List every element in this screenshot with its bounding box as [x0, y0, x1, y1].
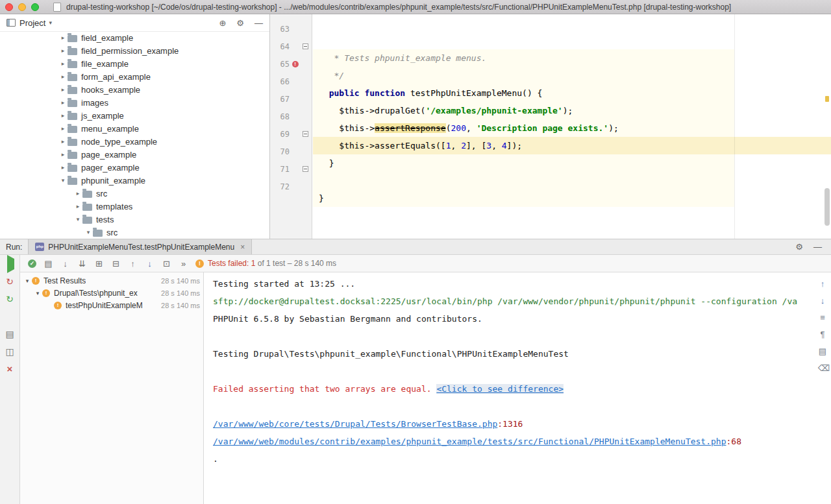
stop-button[interactable] [5, 311, 15, 322]
more-icon[interactable]: » [179, 259, 188, 269]
hide-panel-icon[interactable]: — [813, 242, 822, 252]
minimize-window-button[interactable] [18, 3, 26, 11]
fold-icon[interactable] [301, 131, 310, 137]
pin-tab-button[interactable]: ◫ [5, 346, 15, 357]
chevron-right-icon[interactable]: ▸ [58, 151, 68, 158]
project-tree-item[interactable]: ▸field_example [0, 31, 269, 44]
gutter-row[interactable]: 68 [270, 108, 312, 125]
gutter-row[interactable]: 66 [270, 73, 312, 90]
close-run-panel-button[interactable]: × [5, 364, 15, 374]
chevron-down-icon[interactable]: ▾ [49, 19, 52, 26]
project-tree-item[interactable]: ▸templates [0, 200, 269, 213]
chevron-down-icon[interactable]: ▾ [84, 229, 93, 235]
test-tree-item[interactable]: ▾!Test Results28 s 140 ms [20, 274, 203, 287]
test-tree-item[interactable]: ▾!Drupal\Tests\phpunit_ex28 s 140 ms [20, 287, 203, 299]
chevron-right-icon[interactable]: ▸ [73, 190, 82, 197]
chevron-right-icon[interactable]: ▸ [58, 125, 68, 132]
zoom-window-button[interactable] [31, 3, 39, 11]
chevron-right-icon[interactable]: ▸ [73, 203, 82, 210]
project-tree-item[interactable]: ▾tests [0, 213, 269, 226]
locate-file-icon[interactable]: ⊕ [219, 18, 226, 28]
sort-alphabetically-icon[interactable]: ↓ [60, 259, 70, 269]
project-tree-item[interactable]: ▾src [0, 226, 269, 239]
line-number[interactable]: 65 [270, 60, 290, 69]
import-test-results-icon[interactable]: ⊡ [162, 259, 171, 269]
chevron-down-icon[interactable]: ▾ [58, 177, 68, 184]
gutter-row[interactable]: 70 [270, 143, 312, 160]
test-tree-item[interactable]: !testPhpUnitExampleM28 s 140 ms [20, 299, 203, 311]
down-stack-trace-icon[interactable]: ↓ [818, 296, 827, 306]
line-number[interactable]: 64 [270, 42, 290, 51]
code-line[interactable]: public function testPhpUnitExampleMenu()… [313, 84, 831, 102]
gutter-row[interactable]: 64 [270, 38, 312, 55]
project-tree-item[interactable]: ▸pager_example [0, 161, 269, 174]
hide-panel-icon[interactable]: — [254, 18, 263, 28]
gutter-row[interactable]: 71 [270, 160, 312, 178]
project-tree-item[interactable]: ▸form_api_example [0, 70, 269, 83]
fold-marker-icon[interactable] [303, 131, 308, 137]
project-tree-item[interactable]: ▸images [0, 96, 269, 109]
chevron-right-icon[interactable]: ▸ [58, 86, 68, 93]
up-stack-trace-icon[interactable]: ↑ [818, 279, 827, 289]
editor-code[interactable]: * Tests phpunit_example menus. */ public… [313, 14, 831, 239]
fold-icon[interactable] [301, 43, 310, 49]
fold-icon[interactable] [301, 166, 310, 172]
restore-layout-button[interactable]: ▤ [5, 329, 15, 339]
gear-icon[interactable]: ⚙ [236, 18, 244, 28]
show-passed-icon[interactable]: ✓ [28, 259, 36, 268]
code-line[interactable] [313, 207, 831, 224]
previous-failed-test-icon[interactable]: ↑ [128, 259, 138, 269]
chevron-right-icon[interactable]: ▸ [58, 164, 68, 171]
chevron-down-icon[interactable]: ▾ [34, 290, 42, 296]
chevron-right-icon[interactable]: ▸ [58, 47, 68, 54]
project-tree-item[interactable]: ▸src [0, 187, 269, 200]
line-number[interactable]: 68 [270, 112, 290, 121]
line-number[interactable]: 66 [270, 77, 290, 86]
close-tab-icon[interactable]: × [240, 243, 245, 252]
rerun-failed-tests-button[interactable]: ↻ [5, 276, 15, 287]
project-tree-item[interactable]: ▾phpunit_example [0, 174, 269, 187]
code-line[interactable]: */ [313, 67, 831, 84]
fold-marker-icon[interactable] [303, 166, 308, 172]
test-failed-icon[interactable]: ! [292, 61, 299, 67]
code-line[interactable]: } [313, 189, 831, 207]
run-console[interactable]: Testing started at 13:25 ...sftp://docke… [204, 272, 814, 504]
code-line[interactable]: $this->drupalGet('/examples/phpunit-exam… [313, 102, 831, 119]
line-number[interactable]: 72 [270, 182, 290, 191]
fold-marker-icon[interactable] [303, 43, 308, 49]
toggle-auto-test-button[interactable]: ↻ [5, 294, 15, 304]
collapse-all-icon[interactable]: ⊟ [111, 259, 121, 269]
chevron-down-icon[interactable]: ▾ [73, 216, 82, 222]
line-number[interactable]: 69 [270, 130, 290, 139]
line-number[interactable]: 67 [270, 95, 290, 104]
code-line[interactable]: } [313, 154, 831, 172]
chevron-right-icon[interactable]: ▸ [58, 73, 68, 80]
code-line[interactable] [313, 172, 831, 189]
next-failed-test-icon[interactable]: ↓ [145, 259, 155, 269]
rerun-button[interactable] [5, 259, 15, 269]
project-tree-item[interactable]: ▸file_example [0, 57, 269, 70]
gear-icon[interactable]: ⚙ [795, 242, 803, 252]
project-panel-title[interactable]: Project [19, 18, 45, 28]
gutter-row[interactable]: 63 [270, 20, 312, 38]
gutter-row[interactable]: 65! [270, 55, 312, 73]
scroll-to-end-icon[interactable]: ¶ [818, 330, 827, 339]
editor-scrollbar[interactable] [825, 188, 830, 226]
project-tree-item[interactable]: ▸hooks_example [0, 83, 269, 96]
project-tree-item[interactable]: ▸field_permission_example [0, 44, 269, 57]
chevron-down-icon[interactable]: ▾ [23, 278, 31, 284]
print-icon[interactable]: ▤ [818, 346, 827, 356]
project-tree-item[interactable]: ▸node_type_example [0, 135, 269, 148]
project-tree-item[interactable]: ▸page_example [0, 148, 269, 161]
show-ignored-icon[interactable]: ▤ [43, 259, 53, 269]
code-line[interactable]: $this->assertResponse(200, 'Description … [313, 119, 831, 137]
close-window-button[interactable] [5, 3, 13, 11]
code-line[interactable]: * Tests phpunit_example menus. [313, 49, 831, 67]
gutter-row[interactable]: 69 [270, 125, 312, 143]
code-line[interactable]: $this->assertEquals([1, 2], [3, 4]); [313, 137, 831, 154]
chevron-right-icon[interactable]: ▸ [58, 138, 68, 145]
gutter-row[interactable]: 67 [270, 90, 312, 108]
line-number[interactable]: 70 [270, 147, 290, 156]
chevron-right-icon[interactable]: ▸ [58, 99, 68, 106]
file-link[interactable]: /var/www/web/modules/contrib/examples/ph… [213, 437, 726, 446]
